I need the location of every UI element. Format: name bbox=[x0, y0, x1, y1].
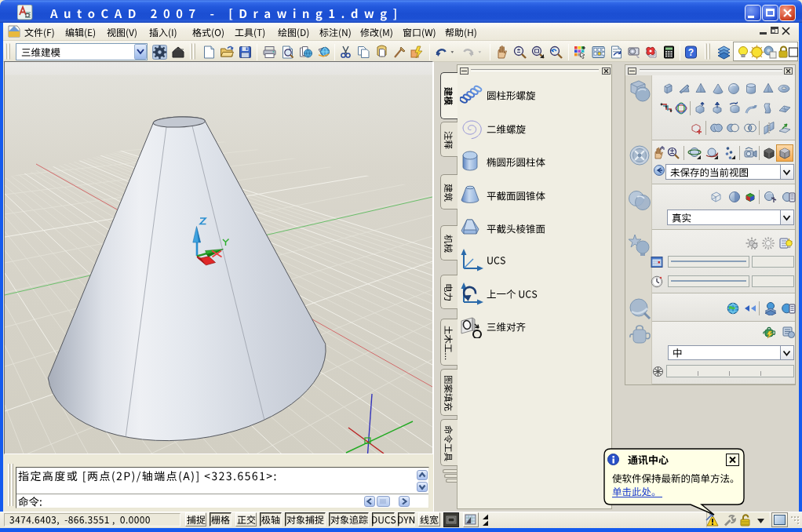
svg-text:?: ? bbox=[688, 47, 694, 58]
